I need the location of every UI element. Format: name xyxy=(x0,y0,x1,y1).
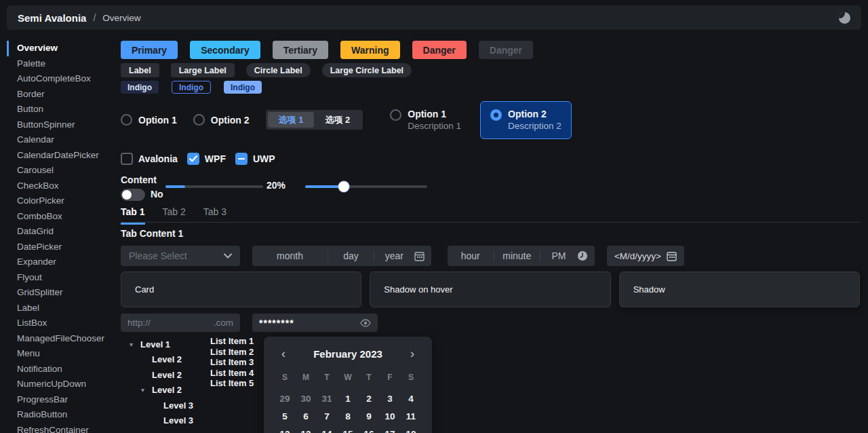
calendar-day-cell[interactable]: 12 xyxy=(275,425,296,433)
sidebar-item[interactable]: Flyout xyxy=(7,270,115,286)
list-item[interactable]: List Item 2 xyxy=(210,347,254,358)
content-label: Content xyxy=(121,174,157,185)
radio-option-2[interactable]: Option 2 xyxy=(193,114,250,126)
sidebar-item[interactable]: RadioButton xyxy=(7,407,115,423)
radio-card-option-1[interactable]: Option 1 Description 1 xyxy=(380,102,471,138)
sidebar-item[interactable]: RefreshContainer xyxy=(7,423,115,433)
calendar-next-icon[interactable]: › xyxy=(410,347,414,360)
calendar-day-cell[interactable]: 5 xyxy=(275,407,296,425)
sidebar-item[interactable]: Palette xyxy=(7,56,115,72)
primary-button[interactable]: Primary xyxy=(121,41,178,59)
calendar-dow-label: T xyxy=(359,369,380,385)
sidebar-item[interactable]: Overview xyxy=(7,41,115,56)
sidebar-item[interactable]: Border xyxy=(7,87,115,102)
tree-node[interactable]: ▾ Level 2 xyxy=(125,383,207,398)
list-item[interactable]: List Item 5 xyxy=(210,378,254,389)
sidebar-item[interactable]: Notification xyxy=(7,362,115,377)
sidebar-item[interactable]: Calendar xyxy=(7,132,115,148)
toggle-switch[interactable] xyxy=(121,189,145,201)
sidebar-item[interactable]: Expander xyxy=(7,255,115,270)
format-date-picker[interactable]: <M/d/yyyy> xyxy=(607,246,684,266)
breadcrumb-separator: / xyxy=(93,12,96,23)
calendar-day-cell[interactable]: 29 xyxy=(275,390,296,407)
radio-unchecked-icon xyxy=(193,114,205,126)
calendar-day-cell[interactable]: 8 xyxy=(338,407,359,425)
list-item[interactable]: List Item 1 xyxy=(210,336,254,347)
sidebar-item[interactable]: NumericUpDown xyxy=(7,377,115,392)
checkbox-wpf[interactable]: WPF xyxy=(187,153,226,165)
sidebar-item[interactable]: AutoCompleteBox xyxy=(7,71,115,87)
secondary-button[interactable]: Secondary xyxy=(190,41,260,59)
tree-node[interactable]: Level 2 xyxy=(125,367,207,383)
warning-button[interactable]: Warning xyxy=(340,41,399,59)
tree-node[interactable]: ▾ Level 1 xyxy=(125,337,207,352)
calendar-day-cell[interactable]: 15 xyxy=(338,425,359,433)
sidebar-item[interactable]: Carousel xyxy=(7,163,115,178)
calendar-day-cell[interactable]: 7 xyxy=(317,407,338,425)
calendar-day-cell[interactable]: 11 xyxy=(401,407,422,425)
tree-expand-icon[interactable]: ▾ xyxy=(130,341,140,348)
url-prefix: http:// xyxy=(127,318,151,328)
calendar-day-cell[interactable]: 3 xyxy=(380,390,401,407)
eye-icon[interactable] xyxy=(360,319,371,327)
calendar-day-cell[interactable]: 30 xyxy=(296,390,317,407)
slider-2[interactable] xyxy=(305,185,427,188)
calendar-day-cell[interactable]: 1 xyxy=(338,390,359,407)
tree-node[interactable]: Level 3 xyxy=(125,413,207,429)
tree-node[interactable]: Level 2 xyxy=(125,352,207,368)
calendar-day-cell[interactable]: 14 xyxy=(317,425,338,433)
slider-1[interactable] xyxy=(165,185,263,188)
slider-demo-zone: Content No 20% xyxy=(121,173,860,206)
calendar-day-cell[interactable]: 4 xyxy=(401,390,422,407)
slider-thumb[interactable] xyxy=(338,181,349,192)
chevron-down-icon xyxy=(224,253,232,259)
calendar-day-cell[interactable]: 17 xyxy=(380,425,401,433)
list-item[interactable]: List Item 3 xyxy=(210,357,254,368)
sidebar-item[interactable]: Button xyxy=(7,102,115,117)
calendar-day-cell[interactable]: 10 xyxy=(380,407,401,425)
sidebar-item[interactable]: DataGrid xyxy=(7,224,115,240)
url-input[interactable]: http:// .com xyxy=(121,314,240,332)
checkbox-indeterminate-icon xyxy=(235,153,248,165)
sidebar-item[interactable]: CalendarDatePicker xyxy=(7,148,115,164)
theme-toggle-moon-icon[interactable] xyxy=(839,12,850,24)
sidebar-item[interactable]: ComboBox xyxy=(7,209,115,225)
sidebar-item[interactable]: CheckBox xyxy=(7,178,115,194)
list-box: List Item 1List Item 2List Item 3List It… xyxy=(210,336,254,389)
card-shadow-on-hover[interactable]: Shadow on hover xyxy=(370,271,610,307)
checkbox-avalonia[interactable]: Avalonia xyxy=(121,153,178,165)
segment-option-2[interactable]: 选项 2 xyxy=(314,112,361,128)
list-item[interactable]: List Item 4 xyxy=(210,368,254,379)
calendar-day-cell[interactable]: 6 xyxy=(296,407,317,425)
radio-card-option-2[interactable]: Option 2 Description 2 xyxy=(480,101,572,139)
radio-option-1[interactable]: Option 1 xyxy=(121,114,177,126)
calendar-day-cell[interactable]: 16 xyxy=(359,425,380,433)
tree-node[interactable]: Level 3 xyxy=(125,398,207,413)
calendar-day-cell[interactable]: 18 xyxy=(401,425,422,433)
sidebar-item[interactable]: DatePicker xyxy=(7,240,115,255)
checkbox-uwp[interactable]: UWP xyxy=(235,153,275,165)
sidebar-item[interactable]: Menu xyxy=(7,346,115,362)
radio-demo-row: Option 1 Option 2 选项 1 选项 2 Option 1 Des… xyxy=(121,100,860,139)
calendar-day-cell[interactable]: 9 xyxy=(359,407,380,425)
sidebar-item[interactable]: Label xyxy=(7,301,115,316)
date-picker[interactable]: month day year xyxy=(252,246,431,266)
sidebar-item[interactable]: GridSplitter xyxy=(7,285,115,301)
calendar-day-cell[interactable]: 31 xyxy=(317,390,338,407)
sidebar-item[interactable]: ListBox xyxy=(7,316,115,331)
time-picker[interactable]: hour minute PM xyxy=(448,246,595,266)
select-dropdown[interactable]: Please Select xyxy=(121,246,240,266)
sidebar-item[interactable]: ProgressBar xyxy=(7,392,115,408)
danger-button[interactable]: Danger xyxy=(412,41,467,59)
sidebar-item[interactable]: ButtonSpinner xyxy=(7,117,115,133)
calendar-day-cell[interactable]: 2 xyxy=(359,390,380,407)
tree-expand-icon[interactable]: ▾ xyxy=(141,386,152,394)
sidebar-item[interactable]: ManagedFileChooser xyxy=(7,331,115,347)
segment-option-1[interactable]: 选项 1 xyxy=(268,112,315,128)
sidebar-item[interactable]: ColorPicker xyxy=(7,193,115,209)
circle-label-chip: Circle Label xyxy=(246,63,311,77)
calendar-day-cell[interactable]: 13 xyxy=(296,425,317,433)
tertiary-button[interactable]: Tertiary xyxy=(273,41,328,59)
indigo-tag-solid: Indigo xyxy=(121,81,159,94)
password-input[interactable]: ******** xyxy=(252,314,378,332)
